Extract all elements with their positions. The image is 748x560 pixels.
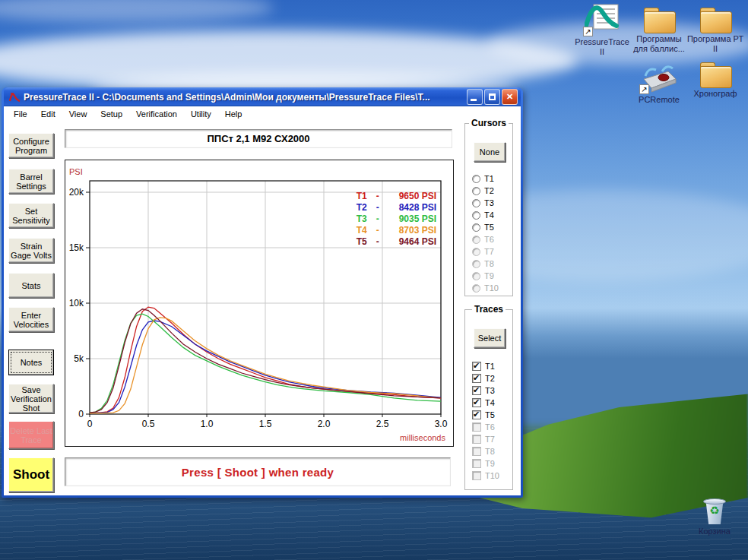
radio-icon [472, 199, 480, 207]
strain-gage-volts-button[interactable]: Strain Gage Volts [8, 238, 54, 263]
folder-icon [700, 8, 731, 32]
menu-utility[interactable]: Utility [184, 108, 218, 120]
save-verification-shot-button[interactable]: Save Verification Shot [8, 384, 54, 413]
cursor-radio-t8: T8 [472, 258, 494, 270]
cursors-panel: Cursors None T1 T2 T3 T4 T5 T6 T7 T8 T9 … [464, 123, 513, 296]
desktop: ↗ PressureTrace II Программы для баллис.… [0, 0, 748, 560]
radio-icon [472, 284, 480, 293]
menu-view[interactable]: View [62, 108, 94, 120]
checkbox-icon [472, 435, 481, 444]
trace-checkbox-t8: T8 [472, 445, 495, 457]
svg-text:1.5: 1.5 [259, 419, 272, 429]
shot-title-field[interactable]: ППСт 2,1 М92 СХ2000 [65, 129, 452, 148]
trace-checkbox-t6: T6 [472, 421, 495, 433]
cursors-none-button[interactable]: None [474, 142, 506, 162]
window-titlebar[interactable]: PressureTrace II - C:\Documents and Sett… [4, 87, 521, 106]
pressuretrace-window: PressureTrace II - C:\Documents and Sett… [2, 87, 523, 498]
cloud [0, 0, 274, 23]
cloud [0, 30, 578, 91]
trace-checkbox-t5[interactable]: T5 [472, 409, 495, 421]
desktop-icon-recycle-bin[interactable]: ♻ Корзина [682, 498, 747, 536]
menu-bar: File Edit View Setup Verification Utilit… [4, 106, 521, 122]
cursor-radio-t7: T7 [472, 245, 494, 258]
svg-text:0: 0 [78, 409, 84, 419]
folder-icon [644, 8, 674, 32]
configure-program-button[interactable]: Configure Program [8, 133, 54, 158]
desktop-icon-label: Хронограф [683, 89, 748, 99]
radio-icon [472, 248, 480, 256]
shoot-button[interactable]: Shoot [8, 457, 54, 492]
menu-file[interactable]: File [7, 108, 34, 120]
cursor-radio-t3[interactable]: T3 [472, 197, 494, 209]
trace-checkbox-t9: T9 [472, 457, 495, 470]
status-message: Press [ Shoot ] when ready [182, 466, 334, 479]
svg-text:10k: 10k [69, 298, 84, 308]
cursor-radio-t2[interactable]: T2 [472, 185, 494, 197]
radio-icon [472, 175, 480, 183]
cursor-radio-t1[interactable]: T1 [472, 172, 494, 185]
svg-text:2.5: 2.5 [376, 419, 389, 429]
chart-legend: T1- 9650 PSIT2- 8428 PSIT3- 9035 PSIT4- … [357, 191, 436, 248]
svg-text:3.0: 3.0 [435, 419, 448, 429]
cursor-radio-t6: T6 [472, 233, 494, 245]
x-axis-label: milliseconds [400, 433, 445, 442]
shortcut-arrow-icon: ↗ [583, 27, 593, 36]
stats-button[interactable]: Stats [8, 273, 54, 298]
close-button[interactable]: ✕ [502, 89, 518, 105]
checkbox-icon [472, 422, 481, 432]
radio-icon [472, 211, 480, 220]
window-title: PressureTrace II - C:\Documents and Sett… [24, 92, 467, 103]
desktop-icon-pressuretrace[interactable]: ↗ PressureTrace II [569, 3, 635, 57]
checkbox-icon [472, 410, 481, 419]
radio-icon [472, 236, 480, 244]
status-bar: Press [ Shoot ] when ready [65, 457, 451, 486]
trace-checkbox-t2[interactable]: T2 [472, 372, 495, 384]
trace-checkbox-t3[interactable]: T3 [472, 384, 495, 397]
cursor-radio-t4[interactable]: T4 [472, 209, 494, 221]
checkbox-icon [472, 362, 481, 371]
menu-help[interactable]: Help [218, 108, 249, 120]
window-body: File Edit View Setup Verification Utilit… [4, 106, 521, 495]
minimize-button[interactable] [467, 89, 483, 105]
cursor-radio-t5[interactable]: T5 [472, 221, 494, 233]
svg-text:0.5: 0.5 [142, 419, 155, 429]
maximize-button[interactable] [484, 89, 500, 105]
enter-velocities-button[interactable]: Enter Velocities [8, 307, 54, 332]
pressuretrace-icon: ↗ [585, 3, 620, 35]
legend-row: T3- 9035 PSI [357, 214, 436, 225]
svg-text:1.0: 1.0 [201, 419, 214, 429]
radio-icon [472, 187, 480, 195]
svg-text:15k: 15k [69, 242, 84, 253]
y-axis-label: PSI [69, 167, 83, 176]
trace-checkbox-t7: T7 [472, 433, 495, 445]
folder-icon [700, 62, 731, 87]
app-icon [8, 91, 21, 103]
svg-text:0: 0 [87, 419, 93, 429]
cursors-panel-title: Cursors [469, 118, 509, 128]
cursor-radio-t10: T10 [472, 282, 499, 294]
menu-edit[interactable]: Edit [34, 108, 62, 120]
desktop-icon-khronograf[interactable]: Хронограф [683, 62, 748, 99]
radio-icon [472, 272, 480, 280]
menu-verification[interactable]: Verification [129, 108, 184, 120]
cursor-radio-t9: T9 [472, 270, 494, 282]
svg-text:2.0: 2.0 [318, 419, 331, 429]
svg-text:5k: 5k [74, 353, 84, 364]
menu-setup[interactable]: Setup [94, 108, 129, 120]
set-sensitivity-button[interactable]: Set Sensitivity [8, 203, 54, 228]
barrel-settings-button[interactable]: Barrel Settings [8, 169, 54, 194]
delete-last-trace-button: Delete Last Trace [8, 421, 54, 449]
notes-button[interactable]: Notes [8, 350, 54, 375]
shortcut-arrow-icon: ↗ [639, 84, 649, 94]
trace-checkbox-t1[interactable]: T1 [472, 360, 495, 372]
checkbox-icon [472, 447, 481, 456]
shot-title-text: ППСт 2,1 М92 СХ2000 [207, 133, 309, 144]
checkbox-icon [472, 459, 481, 468]
recycle-bin-icon: ♻ [703, 498, 726, 524]
legend-row: T1- 9650 PSI [357, 191, 436, 202]
desktop-icon-label: Корзина [682, 527, 747, 536]
traces-panel: Traces Select T1 T2 T3 T4 T5 T6 T7 T8 T9… [464, 309, 513, 490]
trace-checkbox-t4[interactable]: T4 [472, 397, 495, 409]
desktop-icon-programma-pt-ii[interactable]: Программа РТ II [683, 8, 748, 54]
traces-select-button[interactable]: Select [474, 328, 506, 348]
